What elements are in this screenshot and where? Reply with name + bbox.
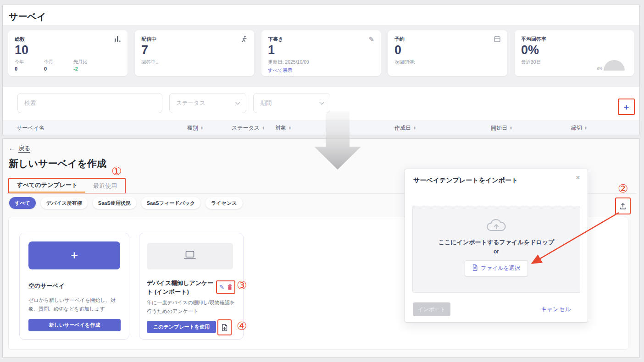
column-header-deadline[interactable]: 締切▲▼ (571, 121, 587, 135)
cancel-button[interactable]: キャンセル (540, 305, 571, 313)
blank-survey-description: ゼロから新しいサーベイを開始し、対象、質問、締切などを追加します (28, 296, 121, 314)
sub-stat-this-month: 今月 0 (44, 59, 73, 71)
sub-stat-this-year: 今年 0 (15, 59, 44, 71)
pencil-icon: ✎ (368, 35, 374, 44)
annotation-box-edit-delete: ✎ (216, 280, 235, 294)
modal-title: サーベイテンプレートをインポート (413, 176, 518, 185)
blank-survey-title: 空のサーベイ (28, 282, 65, 291)
stat-card-total: 総数 10 今年 0 今月 0 先月比 -2 (8, 30, 128, 76)
close-icon[interactable]: × (576, 173, 580, 182)
stat-card-draft: 下書き ✎ 1 更新日: 2025/10/09 すべて表示 (261, 30, 381, 76)
create-survey-panel: ←戻る 新しいサーベイを作成 ① すべてのテンプレート 最近使用 すべて デバイ… (2, 138, 640, 358)
import-template-modal: サーベイテンプレートをインポート × ここにインポートするファイルをドロップ o… (405, 169, 588, 323)
cloud-upload-icon (413, 217, 580, 236)
drop-instruction: ここにインポートするファイルをドロップ (413, 238, 580, 247)
laptop-icon (183, 251, 196, 262)
sort-icon: ▲▼ (413, 126, 416, 130)
annotation-box-create-survey: + (618, 99, 635, 115)
bar-chart-icon (114, 35, 121, 44)
period-filter-placeholder: 期間 (260, 99, 272, 107)
stat-value: 0% (521, 44, 627, 56)
stat-note: 次回開催: (394, 59, 501, 66)
sort-icon: ▲▼ (289, 126, 291, 130)
column-header-target[interactable]: 対象▲▼ (275, 121, 291, 135)
annotation-number-3: ③ (237, 280, 247, 291)
period-filter-select[interactable]: 期間 (253, 93, 330, 113)
chevron-down-icon (236, 100, 240, 105)
upload-icon[interactable] (620, 203, 626, 210)
chip-license[interactable]: ライセンス (205, 197, 242, 209)
stat-label: 平均回答率 (521, 36, 627, 43)
status-filter-placeholder: ステータス (176, 99, 205, 107)
stat-label: 総数 (15, 36, 121, 43)
stats-cards-band: 総数 10 今年 0 今月 0 先月比 -2 (3, 25, 639, 87)
stat-label: 予約 (394, 36, 501, 43)
column-header-start-date[interactable]: 開始日▲▼ (491, 121, 512, 135)
blank-survey-card[interactable]: + 空のサーベイ ゼロから新しいサーベイを開始し、対象、質問、締切などを追加しま… (19, 233, 129, 340)
file-download-icon[interactable] (222, 324, 228, 331)
column-header-type[interactable]: 種別▲▼ (187, 121, 203, 135)
sub-stat-vs-last-month: 先月比 -2 (73, 59, 105, 71)
create-page-title: 新しいサーベイを作成 (9, 157, 106, 170)
sort-icon: ▲▼ (200, 126, 203, 130)
show-all-link[interactable]: すべて表示 (268, 67, 292, 74)
import-button[interactable]: インポート (413, 302, 450, 316)
annotation-number-1: ① (111, 165, 122, 177)
back-arrow-icon: ← (9, 144, 15, 152)
survey-dashboard-panel: サーベイ 総数 10 今年 0 今月 0 (2, 5, 640, 135)
page: サーベイ 総数 10 今年 0 今月 0 (0, 0, 644, 362)
column-header-survey-name[interactable]: サーベイ名 (17, 121, 44, 135)
edit-pencil-icon[interactable]: ✎ (219, 284, 224, 291)
gauge-value-label: 0% (597, 66, 602, 71)
trash-icon[interactable] (228, 284, 232, 290)
plus-icon: + (71, 248, 78, 263)
template-title: デバイス棚卸しアンケート (インポート) (147, 279, 216, 296)
tab-recently-used[interactable]: 最近使用 (85, 179, 125, 193)
stat-card-avg-response-rate: 平均回答率 0% 最近30日 0% (515, 30, 634, 76)
stat-value: 10 (15, 44, 121, 56)
tab-all-templates[interactable]: すべてのテンプレート (9, 179, 85, 193)
create-survey-plus-button[interactable]: + (624, 103, 629, 111)
file-icon (472, 264, 477, 272)
chevron-down-icon (320, 100, 324, 105)
annotation-number-4: ④ (237, 320, 247, 332)
back-link[interactable]: ←戻る (9, 144, 30, 153)
annotation-box-template-tabs: すべてのテンプレート 最近使用 (8, 178, 126, 194)
column-header-status[interactable]: ステータス▲▼ (232, 121, 265, 135)
calendar-icon (494, 35, 501, 44)
stat-value: 1 (268, 44, 374, 56)
stat-sub-stats: 今年 0 今月 0 先月比 -2 (15, 59, 121, 71)
annotation-number-2: ② (618, 183, 628, 194)
annotation-box-import-template (615, 197, 631, 214)
file-dropzone[interactable]: ここにインポートするファイルをドロップ or ファイルを選択 (412, 206, 580, 293)
stat-card-scheduled: 予約 0 次回開催: (388, 30, 507, 76)
stat-note: 回答中.. (141, 59, 248, 66)
chip-saas-usage[interactable]: SaaS使用状況 (93, 197, 136, 209)
status-filter-select[interactable]: ステータス (169, 93, 246, 113)
stat-value: 7 (141, 44, 248, 56)
survey-table-header: サーベイ名 種別▲▼ ステータス▲▼ 対象▲▼ 作成日▲▼ 開始日▲▼ 締切▲▼ (3, 121, 639, 135)
stat-note: 更新日: 2025/10/09 (268, 59, 374, 66)
or-text: or (413, 248, 580, 255)
search-input[interactable] (17, 93, 162, 113)
stat-label: 下書き (268, 36, 374, 43)
sort-icon: ▲▼ (262, 126, 265, 130)
chip-all[interactable]: すべて (9, 197, 36, 209)
category-chips: すべて デバイス所有権 SaaS使用状況 SaaSフィードバック ライセンス (9, 197, 243, 209)
chip-saas-feedback[interactable]: SaaSフィードバック (141, 197, 200, 209)
device-inventory-template-card[interactable]: デバイス棚卸しアンケート (インポート) ✎ ③ 年に一度デバイスの棚卸し/現物… (139, 233, 244, 340)
column-header-created-date[interactable]: 作成日▲▼ (394, 121, 416, 135)
template-thumbnail (147, 243, 233, 269)
annotation-box-export-file (217, 319, 232, 335)
use-template-button[interactable]: このテンプレートを使用 (147, 321, 216, 333)
stat-card-distributing: 配信中 7 回答中.. (135, 30, 254, 76)
sort-icon: ▲▼ (584, 126, 587, 130)
chip-device-ownership[interactable]: デバイス所有権 (41, 197, 88, 209)
template-description: 年に一度デバイスの棚卸し/現物確認を行うためのアンケート (147, 298, 238, 316)
page-title: サーベイ (9, 11, 46, 23)
blank-survey-plus-block[interactable]: + (28, 241, 120, 269)
create-new-survey-button[interactable]: 新しいサーベイを作成 (28, 319, 121, 331)
stat-label: 配信中 (141, 36, 248, 43)
select-file-button[interactable]: ファイルを選択 (465, 260, 527, 276)
stat-value: 0 (394, 44, 501, 56)
